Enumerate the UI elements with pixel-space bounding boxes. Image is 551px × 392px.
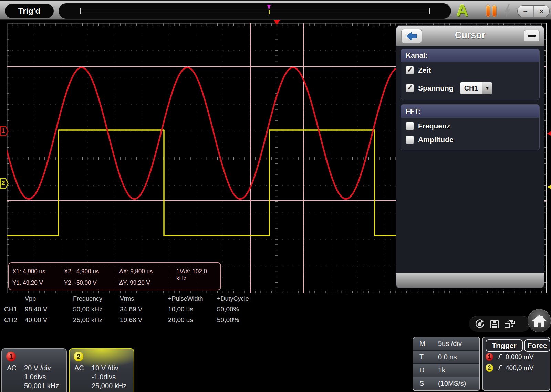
timebase-key-d: D bbox=[413, 366, 438, 374]
timebase-key-t: T bbox=[413, 353, 438, 361]
logo-letter: A bbox=[457, 1, 468, 19]
ch2-vrms: 19,68 V bbox=[120, 316, 168, 324]
rising-edge-icon bbox=[496, 365, 503, 371]
trigger-position-marker[interactable] bbox=[274, 20, 280, 25]
ch2-row-label: CH2 bbox=[4, 316, 25, 324]
timebase-value-s: (10MS/s) bbox=[438, 380, 466, 388]
ch2-coupling: AC bbox=[74, 364, 84, 372]
autoset-lightning-icon[interactable] bbox=[503, 4, 512, 18]
slider-left-endcap bbox=[80, 8, 81, 14]
close-button[interactable]: × bbox=[533, 6, 549, 17]
zeit-checkbox[interactable] bbox=[406, 66, 414, 74]
minimize-button[interactable]: − bbox=[518, 6, 533, 17]
amplitude-row[interactable]: Amplitude bbox=[406, 136, 454, 144]
slider-right-endcap bbox=[429, 8, 430, 14]
ch2-trigger-level: 400,0 mV bbox=[506, 364, 533, 372]
pause-button[interactable] bbox=[486, 5, 497, 17]
horizontal-position-slider[interactable] bbox=[59, 3, 451, 19]
window-controls: − × bbox=[517, 5, 550, 17]
restore-defaults-button[interactable] bbox=[475, 319, 485, 329]
ch1-scale: 20 V /div bbox=[24, 364, 51, 372]
close-icon: × bbox=[539, 7, 543, 15]
ch1-settings-panel[interactable]: 1 AC 20 V /div 1.0divs 50,001 kHz bbox=[1, 348, 67, 392]
horizontal-position-marker[interactable] bbox=[267, 5, 271, 17]
frequenz-row[interactable]: Frequenz bbox=[406, 122, 450, 130]
timebase-key-m: M bbox=[413, 340, 438, 348]
spannung-row[interactable]: Spannung CH1 bbox=[406, 82, 492, 94]
kanal-section: Kanal: Zeit Spannung CH1 bbox=[401, 49, 540, 100]
force-button[interactable]: Force bbox=[524, 339, 550, 352]
trigger-level-row-ch2[interactable]: 2 400,0 mV bbox=[486, 364, 533, 372]
hdr-blank bbox=[4, 295, 25, 303]
hdr-frequency: Frequency bbox=[73, 295, 120, 303]
ch1-number: 1 bbox=[9, 353, 13, 361]
ch2-badge: 2 bbox=[486, 364, 493, 372]
timebase-value-m: 5us /div bbox=[438, 340, 462, 348]
ch2-number: 2 bbox=[76, 353, 80, 361]
ch2-divs: -1.0divs bbox=[92, 373, 116, 381]
force-button-label: Force bbox=[527, 341, 547, 350]
position-tick-icon bbox=[269, 10, 270, 14]
cursor-dy-value: ΔY: 99,20 V bbox=[119, 279, 176, 286]
panel-minimize-icon bbox=[528, 35, 536, 37]
ch1-badge: 1 bbox=[486, 353, 493, 361]
ch2-freq: 25,000 kHz bbox=[92, 382, 126, 390]
oscilloscope-app: { "titlebar": { "trigger_status": "Trig'… bbox=[0, 0, 551, 392]
ch1-coupling: AC bbox=[7, 364, 17, 372]
dropdown-arrow-icon[interactable] bbox=[482, 82, 492, 94]
ch1-badge-number: 1 bbox=[488, 354, 491, 360]
trigger-button[interactable]: Trigger bbox=[486, 339, 523, 352]
spannung-checkbox[interactable] bbox=[406, 84, 414, 92]
ch2-vpp: 40,00 V bbox=[25, 316, 73, 324]
timebase-row-s[interactable]: S (10MS/s) bbox=[413, 377, 479, 391]
ch1-divs: 1.0divs bbox=[24, 373, 46, 381]
frequenz-checkbox[interactable] bbox=[406, 122, 414, 130]
save-button[interactable] bbox=[490, 319, 499, 329]
hdr-dutycycle: +DutyCycle bbox=[217, 295, 258, 303]
measurement-row-ch2: CH2 40,00 V 25,00 kHz 19,68 V 20,00 us 5… bbox=[4, 316, 258, 324]
home-button[interactable] bbox=[528, 309, 551, 332]
copy-screen-button[interactable] bbox=[504, 319, 515, 329]
hdr-vrms: Vrms bbox=[120, 295, 168, 303]
ch2-trigger-level-arrow[interactable] bbox=[547, 184, 551, 190]
cursor-readout-box: X1: 4,900 us X2: -4,900 us ΔX: 9,800 us … bbox=[8, 262, 221, 290]
ch1-row-label: CH1 bbox=[4, 306, 25, 313]
ch1-trigger-level-arrow[interactable] bbox=[547, 131, 551, 136]
measurement-header-row: Vpp Frequency Vrms +PulseWidth +DutyCycl… bbox=[4, 295, 258, 303]
trigger-level-row-ch1[interactable]: 1 0,000 mV bbox=[486, 353, 533, 361]
app-logo-icon: A bbox=[457, 1, 468, 20]
cursor-panel-footer bbox=[396, 273, 544, 288]
ch1-trigger-level: 0,000 mV bbox=[506, 353, 533, 361]
display-right-border bbox=[546, 23, 547, 293]
channel-select-dropdown[interactable]: CH1 bbox=[460, 82, 492, 94]
zeit-row[interactable]: Zeit bbox=[406, 66, 431, 74]
panel-minimize-button[interactable] bbox=[524, 30, 540, 42]
pause-bar-icon bbox=[486, 5, 490, 17]
rising-edge-icon bbox=[496, 354, 503, 360]
fft-section-header: FFT: bbox=[401, 105, 539, 118]
ch2-number-badge: 2 bbox=[74, 352, 83, 361]
ch2-position-marker[interactable]: 2 bbox=[0, 178, 9, 189]
timebase-row-d[interactable]: D 1k bbox=[413, 364, 479, 377]
trigger-status-text: Trig'd bbox=[18, 6, 40, 16]
hdr-vpp: Vpp bbox=[25, 295, 73, 303]
position-marker-icon bbox=[267, 5, 271, 10]
ch1-position-marker[interactable]: 1 bbox=[0, 126, 9, 136]
ch1-number-badge: 1 bbox=[6, 352, 16, 361]
ch1-dutycycle: 50,00% bbox=[217, 306, 258, 313]
pause-bar-icon bbox=[492, 5, 496, 17]
timebase-row-t[interactable]: T 0.0 ns bbox=[413, 351, 479, 364]
timebase-row-m[interactable]: M 5us /div bbox=[413, 337, 479, 351]
trigger-panel: Trigger Force 1 0,000 mV 2 400,0 mV bbox=[482, 337, 550, 391]
hdr-pulsewidth: +PulseWidth bbox=[168, 295, 217, 303]
ch2-scale-line: AC 10 V /div bbox=[74, 364, 84, 372]
cursor-panel: Cursor Kanal: Zeit Spannung CH1 FFT: Fre… bbox=[396, 25, 544, 288]
ch2-settings-panel[interactable]: 2 AC 10 V /div -1.0divs 25,000 kHz bbox=[69, 348, 134, 392]
slider-track bbox=[80, 11, 430, 11]
timebase-panel[interactable]: M 5us /div T 0.0 ns D 1k S (10MS/s) bbox=[413, 337, 480, 391]
amplitude-checkbox[interactable] bbox=[406, 136, 414, 144]
ch1-vpp: 98,40 V bbox=[25, 306, 73, 313]
ch1-pulsewidth: 10,00 us bbox=[168, 306, 217, 313]
cursor-y1-value: Y1: 49,20 V bbox=[12, 279, 64, 286]
minimize-icon: − bbox=[523, 7, 528, 15]
